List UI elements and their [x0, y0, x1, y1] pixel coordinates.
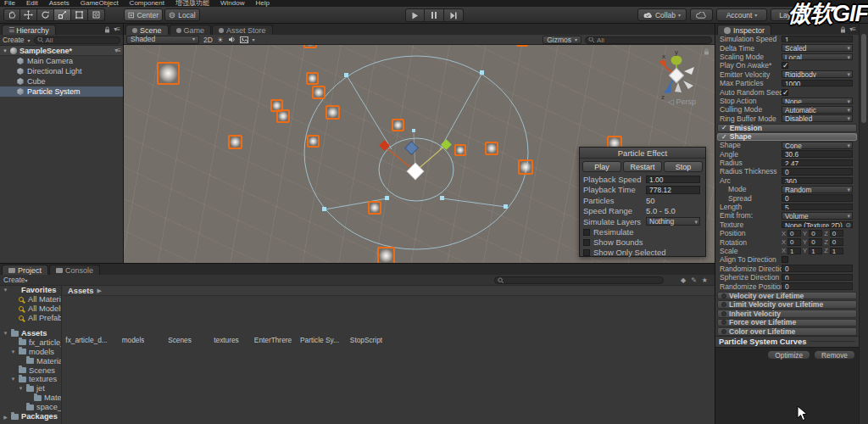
project-search-input[interactable] — [494, 276, 664, 284]
expand-arrow-icon[interactable]: ▼ — [3, 48, 8, 53]
inspector-dropdown[interactable]: Random — [782, 186, 853, 193]
lock-icon[interactable] — [104, 26, 110, 33]
module-header[interactable]: Limit Velocity over Lifetime — [717, 300, 857, 309]
particle-effect-button[interactable]: Play — [582, 161, 621, 172]
asset-item[interactable]: C# StopScript — [348, 301, 385, 344]
scene-lighting-icon[interactable]: ☀ — [217, 36, 224, 44]
create-button[interactable]: Create — [3, 36, 25, 44]
module-header[interactable]: Color over Lifetime — [717, 327, 857, 336]
asset-item[interactable]: Particle Sy... — [301, 301, 338, 344]
panel-menu-icon[interactable]: ▾≡ — [114, 25, 120, 33]
lock-icon[interactable] — [704, 48, 709, 55]
asset-item[interactable]: textures — [208, 301, 245, 344]
hierarchy-item[interactable]: Main Camera — [0, 56, 123, 66]
effects-dropdown-arrow[interactable]: ▾ — [253, 36, 255, 42]
module-checkbox-icon[interactable] — [721, 329, 726, 334]
hierarchy-item[interactable]: Cube — [0, 76, 123, 86]
project-tree-item[interactable]: fx_article_d — [0, 338, 61, 347]
scene-search-input[interactable]: All — [585, 36, 712, 44]
module-header[interactable]: Velocity over Lifetime — [717, 292, 857, 300]
gizmos-dropdown[interactable]: Gizmos ▾ — [542, 36, 581, 44]
inspector-dropdown[interactable]: Local — [782, 53, 853, 61]
inspector-dropdown[interactable]: Rigidbody — [782, 70, 853, 78]
project-tree-item[interactable]: ▼ Assets — [0, 329, 61, 338]
inspector-checkbox[interactable] — [782, 62, 788, 69]
expand-arrow-icon[interactable]: ▶ — [3, 414, 8, 420]
curves-editor-area[interactable]: OptimizeRemove 激活 Windows 转到“设置”以激活 Wind… — [715, 347, 859, 424]
inspector-field[interactable]: 2.47 — [782, 159, 853, 167]
project-tree-item[interactable]: Scenes — [0, 365, 61, 375]
inspector-field[interactable]: 1 — [782, 36, 853, 43]
particle-system-curves-header[interactable]: Particle System Curves — [715, 336, 859, 347]
scene-root-row[interactable]: ▼ SampleScene* ▾≡ — [0, 46, 123, 56]
hierarchy-item[interactable]: Directional Light — [0, 66, 123, 76]
menu-item[interactable]: 增强版功能 — [175, 0, 209, 7]
project-tree-item[interactable]: ▼ Favorites — [0, 286, 61, 295]
project-tree-item[interactable]: ▼ jet — [0, 384, 61, 393]
row-field[interactable]: 778.12 — [646, 186, 700, 194]
scrollbar-thumb[interactable] — [861, 34, 866, 123]
particle-effect-button[interactable]: Stop — [664, 161, 703, 172]
inspector-field[interactable]: 0 — [782, 282, 853, 290]
row-field[interactable]: 1.00 — [646, 176, 700, 184]
project-tree-item[interactable]: space_ca — [0, 403, 61, 412]
project-tree-item[interactable]: Materials — [0, 356, 61, 365]
module-check-icon[interactable]: ✓ — [721, 124, 727, 131]
axis-orientation-gizmo[interactable]: x y z — [650, 48, 703, 101]
project-tree-item[interactable]: All Models — [0, 304, 61, 314]
inspector-field[interactable]: 5 — [782, 204, 853, 211]
project-tree-item[interactable]: Materia — [0, 393, 61, 403]
scene-view-tab[interactable]: Scene — [125, 25, 169, 35]
tab-hierarchy[interactable]: ☰ Hierarchy — [2, 25, 56, 35]
rect-tool-button[interactable] — [71, 8, 88, 21]
pivot-center-button[interactable]: Center — [124, 8, 163, 21]
project-tab[interactable]: Console — [49, 265, 100, 275]
scene-canvas[interactable]: x y z ◁ Persp Particle Effect PlayRestar… — [124, 45, 715, 263]
module-header[interactable]: Inherit Velocity — [717, 310, 857, 318]
asset-item[interactable]: C# EnterThrere — [254, 301, 292, 344]
move-tool-button[interactable] — [20, 8, 37, 21]
perspective-toggle[interactable]: ◁ Persp — [668, 98, 696, 106]
asset-item[interactable]: fx_article_d... — [68, 301, 105, 344]
inspector-dropdown[interactable]: Cone — [782, 142, 853, 149]
collab-button[interactable]: Collab ▾ — [637, 8, 687, 21]
menu-item[interactable]: Help — [255, 0, 269, 7]
expand-arrow-icon[interactable]: ▼ — [18, 386, 24, 391]
inspector-field[interactable]: 1000 — [782, 80, 853, 87]
module-checkbox-icon[interactable] — [721, 320, 726, 325]
inspector-object-field[interactable]: None (Texture 2D) — [782, 221, 853, 229]
inspector-dropdown[interactable]: Automatic — [782, 106, 853, 114]
inspector-scrollbar[interactable] — [859, 24, 868, 424]
inspector-dropdown[interactable]: Scaled — [782, 44, 853, 52]
play-button[interactable] — [405, 8, 425, 22]
inspector-dropdown[interactable]: None — [782, 98, 853, 105]
inspector-dropdown[interactable]: Disabled — [782, 114, 853, 122]
checkbox[interactable] — [583, 239, 590, 246]
inspector-field[interactable]: 0 — [782, 194, 853, 202]
module-check-icon[interactable]: ✓ — [721, 133, 727, 141]
scale-tool-button[interactable] — [54, 8, 71, 21]
inspector-field[interactable]: 30.6 — [782, 150, 853, 158]
open-asset-icon[interactable]: ◆ — [681, 276, 686, 284]
asset-item[interactable]: Scenes — [161, 301, 198, 344]
hierarchy-search-input[interactable]: All — [34, 36, 120, 44]
create-button[interactable]: Create — [3, 276, 25, 284]
checkbox[interactable] — [583, 249, 590, 256]
inspector-field[interactable]: 0 — [782, 168, 853, 176]
emission-module-header[interactable]: ✓ Emission — [717, 124, 857, 132]
project-tree-item[interactable]: ▶ Packages — [0, 412, 61, 421]
menu-item[interactable]: Component — [130, 0, 164, 7]
shape-module-header[interactable]: ✓ Shape — [717, 133, 857, 142]
inspector-checkbox[interactable] — [782, 256, 788, 263]
inspector-dropdown[interactable]: Volume — [782, 212, 853, 220]
cloud-button[interactable] — [690, 8, 713, 21]
shading-mode-dropdown[interactable]: Shaded ▾ — [126, 36, 199, 44]
menu-item[interactable]: Edit — [26, 0, 38, 7]
hierarchy-item[interactable]: Particle System — [0, 86, 123, 97]
menu-item[interactable]: Assets — [49, 0, 70, 7]
inspector-field[interactable]: 360 — [782, 177, 853, 185]
expand-arrow-icon[interactable]: ▼ — [10, 349, 16, 354]
pause-button[interactable] — [425, 8, 444, 22]
curves-button[interactable]: Remove — [814, 350, 855, 360]
inspector-checkbox[interactable] — [782, 89, 788, 96]
